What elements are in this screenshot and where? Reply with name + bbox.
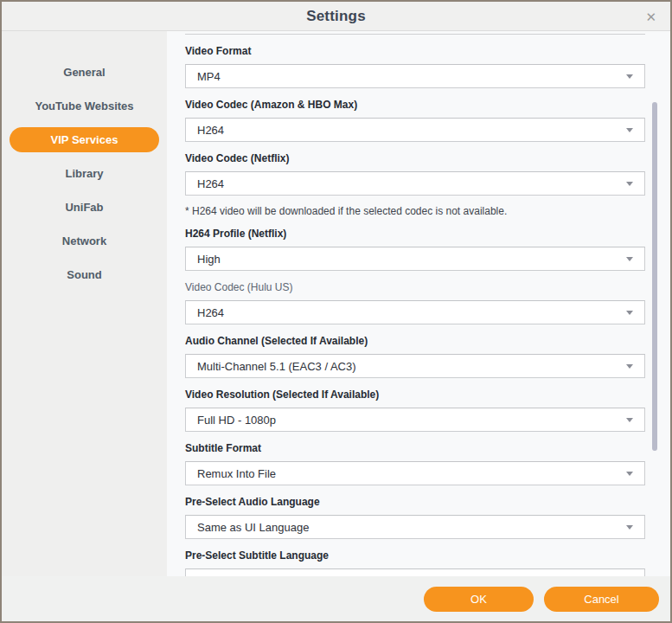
- dropdown-pre-select-audio-language[interactable]: Same as UI Language: [185, 515, 645, 539]
- field-label-pre-select-audio-language: Pre-Select Audio Language: [185, 496, 645, 508]
- dropdown-h264-profile-netflix[interactable]: High: [185, 247, 645, 271]
- dropdown-value: Remux Into File: [197, 467, 276, 480]
- titlebar: Settings ✕: [2, 2, 670, 31]
- chevron-down-icon: [626, 472, 633, 476]
- sidebar-item-unifab[interactable]: UniFab: [10, 195, 159, 220]
- field-label-pre-select-subtitle-language: Pre-Select Subtitle Language: [185, 549, 645, 562]
- chevron-down-icon: [626, 525, 633, 530]
- sidebar-item-sound[interactable]: Sound: [10, 262, 159, 287]
- dropdown-value: Full HD - 1080p: [197, 414, 276, 427]
- chevron-down-icon: [626, 418, 633, 422]
- dropdown-value: High: [197, 253, 221, 266]
- dropdown-pre-select-subtitle-language[interactable]: [185, 568, 645, 576]
- codec-fallback-note: * H264 video will be downloaded if the s…: [185, 205, 645, 217]
- dialog-body: GeneralYouTube WebsitesVIP ServicesLibra…: [2, 31, 670, 576]
- dropdown-video-codec-netflix[interactable]: H264: [185, 171, 645, 196]
- chevron-down-icon: [626, 182, 633, 186]
- sidebar-nav: GeneralYouTube WebsitesVIP ServicesLibra…: [2, 31, 167, 576]
- footer-bar: OK Cancel: [2, 576, 670, 621]
- sidebar-item-library[interactable]: Library: [10, 161, 159, 186]
- dropdown-value: H264: [197, 306, 224, 319]
- sidebar-item-vip-services[interactable]: VIP Services: [10, 127, 159, 152]
- dropdown-video-codec-amazon-hbo-max[interactable]: H264: [185, 118, 645, 142]
- close-icon[interactable]: ✕: [643, 8, 659, 24]
- ok-button[interactable]: OK: [424, 587, 534, 612]
- field-label-video-format: Video Format: [185, 45, 645, 57]
- dropdown-subtitle-format[interactable]: Remux Into File: [185, 461, 645, 485]
- sidebar-item-general[interactable]: General: [10, 60, 159, 85]
- dropdown-value: H264: [197, 124, 224, 137]
- sidebar-item-network[interactable]: Network: [10, 228, 159, 254]
- chevron-down-icon: [626, 74, 633, 79]
- dropdown-audio-channel-selected-if-available[interactable]: Multi-Channel 5.1 (EAC3 / AC3): [185, 354, 645, 378]
- dropdown-video-format[interactable]: MP4: [185, 64, 645, 88]
- dropdown-value: Same as UI Language: [197, 521, 309, 534]
- field-label-h264-profile-netflix: H264 Profile (Netflix): [185, 228, 645, 240]
- field-label-subtitle-format: Subtitle Format: [185, 442, 645, 454]
- dropdown-value: MP4: [197, 70, 221, 83]
- dropdown-value: Multi-Channel 5.1 (EAC3 / AC3): [197, 360, 356, 373]
- cancel-button[interactable]: Cancel: [544, 587, 659, 612]
- chevron-down-icon: [626, 311, 633, 315]
- sidebar-item-youtube-websites[interactable]: YouTube Websites: [10, 93, 159, 119]
- cutoff-dropdown-edge: [185, 33, 645, 35]
- scrollbar-thumb[interactable]: [652, 102, 657, 451]
- settings-dialog: Settings ✕ GeneralYouTube WebsitesVIP Se…: [0, 0, 672, 623]
- settings-panel: Video FormatMP4Video Codec (Amazon & HBO…: [167, 31, 670, 576]
- dropdown-video-codec-hulu-us[interactable]: H264: [185, 300, 645, 324]
- dropdown-video-resolution-selected-if-available[interactable]: Full HD - 1080p: [185, 408, 645, 432]
- chevron-down-icon: [626, 128, 633, 132]
- field-label-video-codec-netflix: Video Codec (Netflix): [185, 152, 645, 164]
- chevron-down-icon: [626, 364, 633, 369]
- field-label-video-codec-hulu-us: Video Codec (Hulu US): [185, 281, 645, 293]
- chevron-down-icon: [626, 257, 633, 261]
- dialog-title: Settings: [306, 8, 366, 25]
- field-label-video-resolution-selected-if-available: Video Resolution (Selected If Available): [185, 389, 645, 401]
- field-label-video-codec-amazon-hbo-max: Video Codec (Amazon & HBO Max): [185, 99, 645, 111]
- field-label-audio-channel-selected-if-available: Audio Channel (Selected If Available): [185, 335, 645, 347]
- settings-form: Video FormatMP4Video Codec (Amazon & HBO…: [185, 45, 645, 576]
- dropdown-value: H264: [197, 177, 224, 190]
